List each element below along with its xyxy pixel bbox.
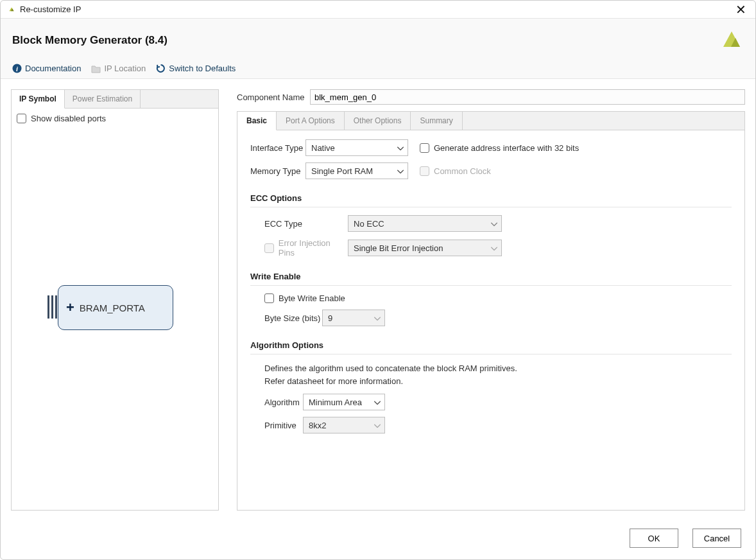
left-panel-tabs: IP Symbol Power Estimation: [12, 90, 218, 109]
checkbox-icon: [264, 243, 274, 253]
algorithm-desc-line2: Refer datasheet for more information.: [264, 375, 732, 388]
bram-port-block[interactable]: + BRAM_PORTA: [58, 285, 173, 330]
interface-type-label: Interface Type: [250, 143, 305, 153]
refresh-icon: [156, 64, 166, 73]
window-title: Re-customize IP: [20, 4, 81, 14]
dialog-footer: OK Cancel: [1, 521, 755, 559]
primitive-value: 8kx2: [309, 421, 326, 430]
primitive-label: Primitive: [264, 421, 303, 430]
algorithm-options-title: Algorithm Options: [250, 340, 732, 350]
ecc-type-select[interactable]: No ECC: [348, 215, 502, 232]
ok-button[interactable]: OK: [630, 529, 678, 548]
page-title: Block Memory Generator (8.4): [12, 34, 168, 47]
tab-ip-symbol[interactable]: IP Symbol: [12, 90, 65, 109]
byte-write-enable-label: Byte Write Enable: [279, 293, 345, 303]
algorithm-value: Minimum Area: [309, 398, 362, 407]
dialog-window: Re-customize IP ✕ Block Memory Generator…: [0, 0, 756, 560]
error-injection-pins-checkbox: Error Injection Pins: [264, 238, 348, 258]
chevron-down-icon: [491, 243, 497, 253]
checkbox-icon: [17, 114, 26, 123]
algorithm-desc: Defines the algorithm used to concatenat…: [264, 362, 732, 387]
interface-type-select[interactable]: Native: [305, 139, 408, 156]
left-panel: IP Symbol Power Estimation Show disabled…: [11, 89, 219, 511]
cancel-button[interactable]: Cancel: [692, 529, 741, 548]
memory-type-value: Single Port RAM: [311, 166, 373, 176]
chevron-down-icon: [374, 398, 381, 407]
ip-location-link[interactable]: IP Location: [91, 64, 146, 73]
section-divider: [250, 285, 732, 286]
body-area: IP Symbol Power Estimation Show disabled…: [1, 79, 755, 521]
write-enable-title: Write Enable: [250, 272, 732, 281]
checkbox-icon: [420, 166, 429, 176]
bram-port-label: BRAM_PORTA: [80, 302, 145, 313]
basic-tab-body: Interface Type Native Generate address i…: [237, 130, 744, 510]
error-injection-value: Single Bit Error Injection: [354, 243, 443, 253]
tab-other-options[interactable]: Other Options: [345, 112, 411, 130]
header-toolbar: i Documentation IP Location Switch to De…: [12, 64, 744, 73]
common-clock-checkbox: Common Clock: [420, 166, 491, 176]
chevron-down-icon: [374, 313, 381, 323]
ip-symbol-body: Show disabled ports + BRAM_PORTA: [12, 109, 218, 510]
ip-location-label: IP Location: [104, 64, 146, 73]
interface-type-value: Native: [311, 143, 335, 153]
ecc-type-value: No ECC: [354, 219, 384, 229]
component-name-row: Component Name: [237, 89, 745, 105]
algorithm-label: Algorithm: [264, 398, 303, 407]
tab-porta-options[interactable]: Port A Options: [277, 112, 345, 130]
memory-type-select[interactable]: Single Port RAM: [305, 162, 408, 179]
chevron-down-icon: [491, 219, 497, 229]
switch-defaults-link[interactable]: Switch to Defaults: [156, 64, 236, 73]
common-clock-label: Common Clock: [434, 166, 491, 176]
documentation-link[interactable]: i Documentation: [12, 64, 81, 73]
gen32-checkbox[interactable]: Generate address interface with 32 bits: [420, 143, 579, 153]
info-icon: i: [12, 64, 22, 73]
main-tabs: Basic Port A Options Other Options Summa…: [237, 112, 744, 130]
chevron-down-icon: [397, 143, 404, 153]
app-icon: [7, 5, 16, 14]
chevron-down-icon: [374, 421, 381, 430]
byte-write-enable-checkbox[interactable]: Byte Write Enable: [264, 293, 345, 303]
component-name-label: Component Name: [237, 92, 305, 102]
tab-basic[interactable]: Basic: [237, 112, 277, 130]
switch-defaults-label: Switch to Defaults: [169, 64, 236, 73]
ecc-options-title: ECC Options: [250, 193, 732, 203]
byte-size-select: 9: [322, 310, 385, 326]
byte-size-value: 9: [328, 313, 332, 323]
tab-power-estimation[interactable]: Power Estimation: [65, 90, 141, 108]
close-icon[interactable]: ✕: [733, 3, 749, 16]
tab-summary[interactable]: Summary: [411, 112, 462, 130]
expand-icon[interactable]: +: [66, 299, 74, 316]
right-panel: Component Name Basic Port A Options Othe…: [237, 89, 745, 511]
error-injection-select: Single Bit Error Injection: [348, 240, 502, 256]
primitive-select: 8kx2: [303, 417, 385, 433]
checkbox-icon: [264, 293, 274, 303]
gen32-label: Generate address interface with 32 bits: [434, 143, 579, 153]
section-divider: [250, 354, 732, 354]
chevron-down-icon: [397, 166, 404, 176]
show-disabled-ports-label: Show disabled ports: [31, 114, 106, 123]
ecc-type-label: ECC Type: [264, 219, 348, 229]
header-area: Block Memory Generator (8.4) i Documenta…: [1, 19, 755, 79]
port-bars-icon: [47, 295, 57, 319]
folder-icon: [91, 64, 101, 73]
checkbox-icon: [420, 143, 429, 153]
show-disabled-ports-checkbox[interactable]: Show disabled ports: [17, 114, 106, 123]
component-name-input[interactable]: [310, 89, 745, 105]
memory-type-label: Memory Type: [250, 166, 305, 176]
algorithm-desc-line1: Defines the algorithm used to concatenat…: [264, 362, 732, 375]
vendor-logo-icon: [719, 28, 744, 53]
algorithm-select[interactable]: Minimum Area: [303, 394, 385, 410]
byte-size-label: Byte Size (bits): [264, 313, 322, 323]
titlebar: Re-customize IP ✕: [1, 1, 755, 19]
documentation-label: Documentation: [25, 64, 81, 73]
section-divider: [250, 207, 732, 207]
error-injection-pins-label: Error Injection Pins: [279, 238, 348, 258]
main-panel: Basic Port A Options Other Options Summa…: [237, 111, 745, 511]
